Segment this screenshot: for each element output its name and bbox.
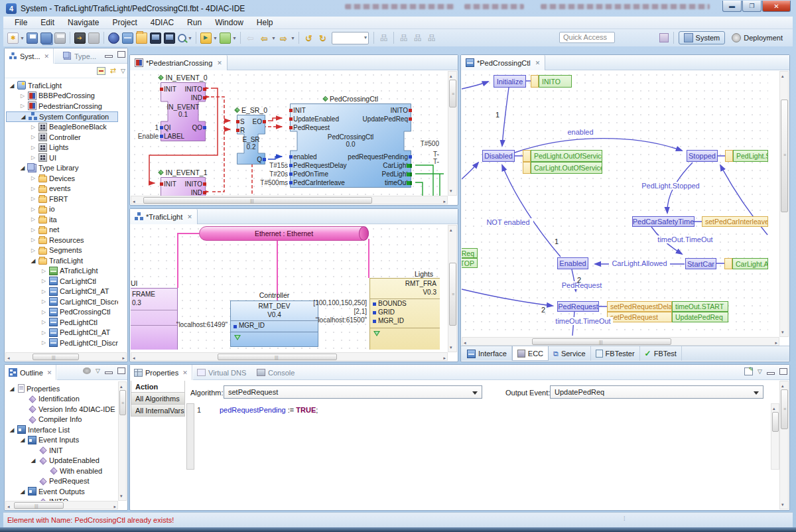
ecc-action-algorithm-slot[interactable] [724, 258, 732, 269]
ecc-transition-label[interactable]: timeOut.TimeOut [553, 317, 613, 325]
search-dropdown[interactable]: ▼ [188, 33, 193, 44]
tree-item-net[interactable]: ▷net [6, 225, 118, 235]
collapse-all-icon[interactable] [97, 67, 105, 75]
expander-icon[interactable]: ▷ [40, 299, 47, 304]
ecc-state-disabled[interactable]: Disabled [482, 150, 515, 162]
tree-item-properties[interactable]: ◢Properties [6, 383, 117, 394]
data-pin[interactable] [289, 164, 293, 167]
fbn-hscrollbar[interactable]: ◂▸ ||| [131, 196, 448, 204]
expander-icon[interactable]: ▷ [40, 330, 47, 336]
undo-button[interactable]: ↺ [303, 33, 314, 44]
side-tab-all-algorithms[interactable]: All Algorithms [131, 393, 185, 405]
back-button[interactable]: ⇦ [259, 33, 270, 44]
quick-access-input[interactable]: Quick Access [559, 32, 615, 43]
expander-icon[interactable]: ▷ [30, 196, 36, 202]
expander-icon[interactable]: ◢ [19, 165, 26, 171]
event-pin[interactable] [263, 120, 266, 123]
outline-hscrollbar[interactable]: ◂▸ ||| [5, 501, 118, 509]
expander-icon[interactable]: ◢ [9, 427, 15, 433]
minimize-outline-icon[interactable] [105, 371, 113, 374]
event-pin[interactable] [203, 191, 206, 194]
data-pin[interactable] [289, 155, 293, 159]
expander-icon[interactable]: ▷ [30, 247, 36, 253]
event-pin[interactable] [160, 88, 163, 91]
ecc-action-event[interactable]: timeOut.START [672, 301, 728, 312]
event-pin[interactable] [289, 126, 293, 129]
adapter-pin[interactable] [407, 181, 412, 185]
expander-icon[interactable]: ◢ [9, 385, 15, 392]
event-pin[interactable] [289, 109, 293, 112]
expander-icon[interactable]: ▷ [30, 186, 36, 192]
run-external-dropdown[interactable]: ▼ [232, 33, 237, 44]
ecc-transition-label[interactable]: timeOut.TimeOut [655, 235, 715, 243]
run-last-button[interactable] [200, 33, 212, 44]
layout-button-2[interactable]: 品 [398, 33, 409, 44]
new-type-button[interactable] [122, 33, 133, 44]
maximize-button[interactable]: ❐ [742, 1, 762, 12]
maximize-outline-icon[interactable] [117, 367, 125, 374]
data-pin[interactable] [160, 126, 163, 129]
ecc-action-algorithm-slot[interactable] [725, 150, 733, 162]
focus-icon[interactable] [83, 367, 91, 374]
ecc-transition-label[interactable]: enabled [561, 128, 600, 136]
window-controls[interactable]: ▬ ❐ ✕ [722, 1, 791, 12]
ecc-transition-label[interactable]: CarLight.Allowed [609, 259, 670, 267]
maximize-view-icon[interactable] [117, 51, 125, 58]
tree-item-segments[interactable]: ▷Segments [6, 245, 118, 256]
menu-help[interactable]: Help [251, 17, 279, 29]
expander-icon[interactable]: ▷ [19, 103, 26, 109]
menu-window[interactable]: Window [209, 17, 249, 29]
event-pin[interactable] [409, 109, 412, 112]
expander-icon[interactable]: ◢ [19, 488, 26, 495]
expander-icon[interactable]: ▷ [30, 227, 36, 233]
tree-item-traficlight[interactable]: ◢TraficLight [6, 255, 118, 266]
data-pin[interactable] [289, 181, 293, 184]
expander-icon[interactable]: ▷ [40, 340, 47, 346]
event-pin[interactable] [289, 117, 293, 121]
tree-item-system-configuration[interactable]: ◢System Configuration [6, 111, 118, 122]
tree-item-lights[interactable]: ▷Lights [6, 143, 118, 153]
save-all-button[interactable] [40, 33, 52, 44]
back-dropdown[interactable]: ▼ [271, 33, 277, 44]
tree-item-fbrt[interactable]: ▷FBRT [6, 194, 118, 204]
expander-icon[interactable]: ▷ [40, 268, 47, 274]
tree-item-devices[interactable]: ▷Devices [6, 173, 118, 184]
data-pin[interactable] [289, 172, 293, 176]
ecc-transition-label[interactable]: PedLight.Stopped [639, 182, 702, 190]
debug-button[interactable] [74, 33, 86, 44]
fbn-canvas[interactable]: IN_EVENT_0INITINITOINDQI1LABELEnableQOIN… [131, 71, 444, 196]
tree-item-event-inputs[interactable]: ◢Event Inputs [6, 435, 117, 446]
tree-item-pedcrossingctl[interactable]: ▷PedCrossingCtl [6, 307, 118, 318]
forward-dropdown[interactable]: ▼ [291, 33, 296, 44]
new-view-icon[interactable]: ✎ [744, 367, 753, 375]
expander-icon[interactable]: ▷ [30, 155, 36, 161]
save-button[interactable] [27, 33, 38, 44]
ecc-state-pedcarsafetytime[interactable]: PedCarSafetyTime [632, 216, 695, 227]
tree-item-atraficlight[interactable]: ▷ATraficLight [6, 266, 118, 277]
title-bar[interactable]: System - TraficLight/TraficLight/PedCros… [0, 0, 796, 17]
layout-button-4[interactable]: 品 [426, 33, 437, 44]
system-canvas[interactable]: Ethernet : Ethernet UI FRAME 0.3 Control… [131, 225, 440, 350]
ecc-action-algorithm[interactable]: setPedRequest [607, 312, 672, 322]
ecc-action-event[interactable]: UpdatePedReq [672, 312, 728, 322]
properties-vscrollbar[interactable]: ▴▾ ≡ [779, 381, 789, 509]
back-disabled-button[interactable]: ⇦ [245, 33, 256, 44]
event-pin[interactable] [203, 88, 206, 91]
expander-icon[interactable]: ▷ [30, 175, 36, 181]
expander-icon[interactable]: ▷ [30, 216, 36, 222]
open-perspective-icon[interactable] [659, 33, 669, 42]
tree-item-resources[interactable]: ▷Resources [6, 235, 118, 245]
ecc-action-event[interactable]: CarLight.OutOfService [531, 162, 602, 174]
ecc-action-algorithm[interactable]: setPedRequestDelay [607, 301, 672, 312]
device-ui[interactable]: FRAME 0.3 [131, 288, 178, 350]
tree-item-version-info-4diac-ide[interactable]: Version Info 4DIAC-IDE [6, 404, 117, 415]
side-tab-action[interactable]: Action [131, 381, 185, 393]
code-vscrollbar[interactable]: ▴ [771, 403, 779, 470]
new-dropdown[interactable]: ▼ [20, 33, 25, 44]
tool-button[interactable] [88, 33, 100, 44]
tree-item-traficlight[interactable]: ◢TraficLight [6, 80, 118, 91]
layout-button-1[interactable]: 品 [378, 33, 389, 44]
link-editor-icon[interactable]: ⇄ [110, 66, 116, 75]
print-button[interactable] [54, 33, 66, 44]
tree-item-updateenabled[interactable]: ◢UpdateEnabled [6, 456, 117, 466]
